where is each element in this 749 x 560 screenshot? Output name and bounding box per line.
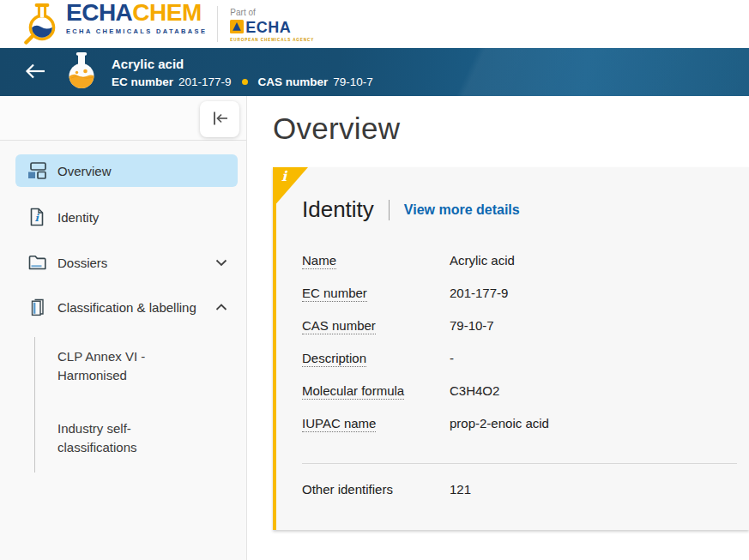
sidebar-item-dossiers[interactable]: Dossiers — [15, 247, 238, 278]
header-divider — [217, 6, 218, 42]
part-of-echa-logo[interactable]: Part of ECHA EUROPEAN CHEMICALS AGENCY — [230, 6, 314, 42]
sidebar-nav: Overview i Identity — [0, 141, 246, 473]
sidebar: Overview i Identity — [0, 96, 247, 560]
separator-dot-icon — [242, 79, 248, 85]
identity-rows: Name Acrylic acid EC number 201-177-9 CA… — [302, 244, 749, 439]
part-of-name: ECHA — [245, 19, 291, 37]
sidebar-subitem-clp-annex-vi[interactable]: CLP Annex VI - Harmonised — [57, 347, 188, 385]
sidebar-top — [0, 96, 246, 141]
brand-name: ECHACHEM — [66, 1, 207, 25]
title-separator — [389, 200, 390, 220]
app-header: ECHACHEM ECHA CHEMICALS DATABASE Part of… — [0, 0, 749, 48]
identity-row-iupac-name: IUPAC name prop-2-enoic acid — [302, 406, 749, 439]
substance-identifiers: EC number 201-177-9 CAS number 79-10-7 — [112, 75, 373, 88]
sidebar-subitem-industry-self-classifications[interactable]: Industry self-classifications — [57, 419, 188, 457]
row-label[interactable]: Description — [302, 351, 366, 367]
view-more-details-link[interactable]: View more details — [404, 202, 520, 218]
identity-row-molecular-formula: Molecular formula C3H4O2 — [302, 374, 749, 406]
chevron-down-icon — [215, 259, 227, 267]
sidebar-item-label: Dossiers — [57, 256, 107, 270]
classification-sub-list: CLP Annex VI - Harmonised Industry self-… — [34, 337, 238, 473]
row-label: Other identifiers — [302, 481, 450, 497]
echachem-flask-icon — [23, 1, 61, 48]
info-icon: i — [281, 168, 287, 184]
collapse-sidebar-icon — [209, 108, 230, 131]
sidebar-item-label: Overview — [57, 164, 112, 178]
dossiers-folder-icon — [27, 255, 46, 270]
ec-number-value: 201-177-9 — [178, 75, 232, 88]
main-content: Overview i Identity View more details Na… — [247, 96, 749, 560]
classification-book-icon — [27, 298, 46, 316]
sidebar-item-identity[interactable]: i Identity — [15, 200, 238, 234]
echachem-logo[interactable]: ECHACHEM ECHA CHEMICALS DATABASE — [23, 1, 207, 48]
svg-text:i: i — [35, 212, 40, 224]
sidebar-item-classification-labelling[interactable]: Classification & labelling — [15, 291, 238, 324]
ec-number-label: EC number — [112, 75, 173, 88]
identity-document-icon: i — [27, 208, 46, 226]
row-label[interactable]: Molecular formula — [302, 383, 404, 400]
brand-echa: ECHA — [66, 0, 132, 26]
page-title: Overview — [273, 111, 749, 146]
identity-row-cas-number: CAS number 79-10-7 — [302, 309, 749, 341]
cas-number-value: 79-10-7 — [333, 75, 373, 88]
overview-layout-icon — [27, 162, 46, 179]
chevron-up-icon — [215, 304, 227, 311]
brand-chem: CHEM — [132, 0, 201, 26]
part-of-subtitle: EUROPEAN CHEMICALS AGENCY — [230, 38, 314, 42]
row-value: prop-2-enoic acid — [450, 415, 549, 431]
row-value: Acrylic acid — [450, 252, 515, 268]
sidebar-collapse-button[interactable] — [200, 101, 239, 137]
brand-subtitle: ECHA CHEMICALS DATABASE — [66, 27, 207, 35]
substance-header: Acrylic acid EC number 201-177-9 CAS num… — [0, 48, 749, 96]
row-label[interactable]: EC number — [302, 286, 367, 302]
sidebar-item-label: Classification & labelling — [57, 300, 196, 315]
part-of-label: Part of — [230, 8, 314, 17]
row-value: 201-177-9 — [450, 285, 508, 301]
row-value: C3H4O2 — [450, 382, 499, 399]
identity-row-other-identifiers: Other identifiers 121 — [302, 464, 749, 506]
cas-number-label: CAS number — [258, 75, 329, 88]
row-label[interactable]: Name — [302, 253, 336, 269]
identity-card: i Identity View more details Name Acryli… — [273, 167, 749, 530]
row-label[interactable]: IUPAC name — [302, 416, 376, 432]
echa-chem-app: ECHACHEM ECHA CHEMICALS DATABASE Part of… — [0, 0, 749, 560]
sidebar-item-overview[interactable]: Overview — [15, 154, 238, 187]
identity-card-title: Identity — [302, 196, 374, 223]
back-button[interactable] — [22, 59, 48, 85]
identity-row-description: Description - — [302, 341, 749, 374]
identity-row-name: Name Acrylic acid — [302, 244, 749, 276]
substance-flask-icon — [65, 51, 98, 93]
identity-row-ec-number: EC number 201-177-9 — [302, 276, 749, 309]
echa-icon — [230, 20, 244, 37]
row-value: 79-10-7 — [450, 317, 494, 334]
row-value: 121 — [450, 481, 471, 497]
sidebar-item-label: Identity — [57, 210, 99, 225]
row-label[interactable]: CAS number — [302, 318, 376, 334]
substance-name: Acrylic acid — [112, 57, 373, 72]
row-value: - — [450, 350, 454, 366]
back-arrow-icon — [24, 62, 46, 83]
